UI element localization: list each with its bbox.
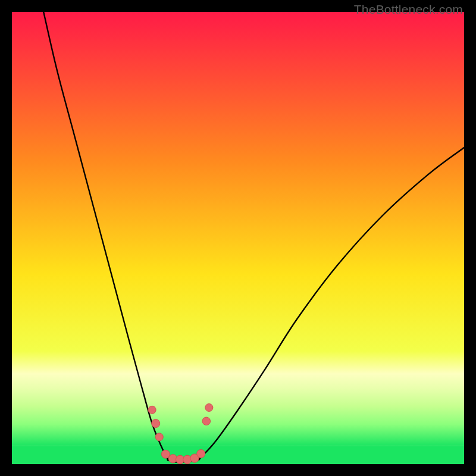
plot-area — [12, 12, 464, 464]
data-marker — [205, 403, 213, 411]
data-marker — [155, 433, 163, 441]
data-marker — [148, 406, 156, 414]
data-marker — [161, 450, 170, 458]
watermark-text: TheBottleneck.com — [354, 2, 463, 17]
outer-frame: TheBottleneck.com — [0, 0, 476, 476]
data-marker — [202, 417, 210, 425]
green-zone — [12, 446, 464, 464]
data-marker — [197, 450, 205, 458]
data-marker — [152, 419, 160, 428]
chart-canvas — [12, 12, 464, 464]
